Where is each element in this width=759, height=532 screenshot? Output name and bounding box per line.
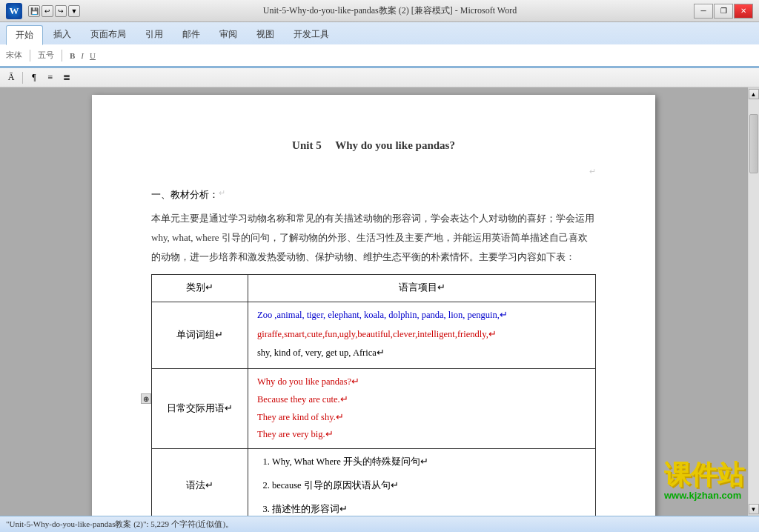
daily-line-2: Because they are cute.↵ <box>257 391 586 409</box>
tab-reference[interactable]: 引用 <box>136 25 172 44</box>
grammar-category: 语法↵ <box>152 449 248 516</box>
section1-header: 一、 教材分析： ↵ <box>151 188 596 202</box>
grammar-item-2: because 引导的原因状语从句↵ <box>272 477 586 495</box>
vocab-line-3: shy, kind of, very, get up, Africa↵ <box>257 345 586 362</box>
redo-button[interactable]: ↪ <box>55 5 67 17</box>
ribbon: 开始 插入 页面布局 引用 邮件 审阅 视图 开发工具 宋体 五号 B I U <box>0 22 759 68</box>
scroll-down-arrow[interactable]: ▼ <box>749 504 759 514</box>
tab-layout[interactable]: 页面布局 <box>82 25 135 44</box>
toolbar-icon-1[interactable]: Ā <box>4 71 18 84</box>
table-header-category: 类别↵ <box>152 275 248 302</box>
daily-category: 日常交际用语↵ <box>152 369 248 449</box>
grammar-item-3: 描述性的形容词↵ <box>272 501 586 516</box>
daily-line-3: They are kind of shy.↵ <box>257 409 586 427</box>
tab-insert[interactable]: 插入 <box>44 25 80 44</box>
tab-view[interactable]: 视图 <box>248 25 283 44</box>
scroll-thumb[interactable] <box>749 114 758 173</box>
status-bar: "Unit-5-Why-do-you-like-pandas教案 (2)": 5… <box>0 516 759 532</box>
app-logo: W <box>6 3 22 19</box>
ribbon-tabs: 开始 插入 页面布局 引用 邮件 审阅 视图 开发工具 <box>0 22 759 44</box>
quick-access-toolbar[interactable]: 💾 ↩ ↪ ▼ <box>28 5 80 17</box>
para-mark1: ↵ <box>219 188 225 202</box>
title-bar: W 💾 ↩ ↪ ▼ Unit-5-Why-do-you-like-pandas教… <box>0 0 759 22</box>
title-english: Why do you like pandas? <box>335 139 455 151</box>
section1-label: 教材分析： <box>170 188 219 202</box>
customize-button[interactable]: ▼ <box>68 5 80 17</box>
toolbar-icon-4[interactable]: ≣ <box>60 71 73 84</box>
document-scroll[interactable]: Unit 5 Why do you like pandas? ↵ 一、 教材分析… <box>0 87 747 516</box>
tab-review[interactable]: 审阅 <box>211 25 246 44</box>
document-page: Unit 5 Why do you like pandas? ↵ 一、 教材分析… <box>92 95 655 516</box>
restore-button[interactable]: ❐ <box>714 4 733 19</box>
ribbon-content: 宋体 五号 B I U <box>0 44 759 67</box>
minimize-button[interactable]: ─ <box>694 4 713 19</box>
vocab-text-1: Zoo ,animal, tiger, elephant, koala, dol… <box>257 310 508 320</box>
toolbar-icon-2[interactable]: ¶ <box>27 71 41 84</box>
vertical-scrollbar[interactable]: ▲ ▼ <box>747 87 759 516</box>
table-row-daily: 日常交际用语↵ Why do you like pandas?↵ Because… <box>152 369 596 449</box>
table-container: ⊕ 类别↵ 语言项目↵ 单词词组↵ <box>151 274 596 516</box>
section1-num: 一、 <box>151 188 170 202</box>
undo-button[interactable]: ↩ <box>42 5 53 17</box>
vocab-category: 单词词组↵ <box>152 302 248 368</box>
tab-mail[interactable]: 邮件 <box>173 25 209 44</box>
separator2 <box>62 50 62 61</box>
toolbar-row: Ā ¶ ≡ ≣ <box>0 68 759 87</box>
table-row-grammar: 语法↵ Why, What Where 开头的特殊疑问句↵ because 引导… <box>152 449 596 516</box>
scroll-track[interactable] <box>749 99 759 504</box>
daily-content: Why do you like pandas?↵ Because they ar… <box>248 369 596 449</box>
close-button[interactable]: ✕ <box>734 4 753 19</box>
daily-line-4: They are very big.↵ <box>257 426 586 444</box>
para-mark-top: ↵ <box>151 167 596 176</box>
vocab-content: Zoo ,animal, tiger, elephant, koala, dol… <box>248 302 596 368</box>
table-row-vocab: 单词词组↵ Zoo ,animal, tiger, elephant, koal… <box>152 302 596 368</box>
body-text: 本单元主要是通过学习动物名称和常见的有关描述动物的形容词，学会表达个人对动物的喜… <box>151 209 596 267</box>
vocab-line-2: giraffe,smart,cute,fun,ugly,beautiful,cl… <box>257 326 586 344</box>
content-table: 类别↵ 语言项目↵ 单词词组↵ Zoo ,animal, tiger, elep… <box>151 274 596 516</box>
vocab-text-3: shy, kind of, very, get up, Africa↵ <box>257 348 385 358</box>
grammar-item-1: Why, What Where 开头的特殊疑问句↵ <box>272 453 586 471</box>
document-area: Unit 5 Why do you like pandas? ↵ 一、 教材分析… <box>0 87 759 516</box>
title-unit: Unit 5 <box>292 139 322 151</box>
vocab-line-1: Zoo ,animal, tiger, elephant, koala, dol… <box>257 307 586 325</box>
status-text: "Unit-5-Why-do-you-like-pandas教案 (2)": 5… <box>6 519 233 530</box>
window-title: Unit-5-Why-do-you-like-pandas教案 (2) [兼容模… <box>86 4 694 17</box>
window-controls[interactable]: ─ ❐ ✕ <box>694 4 753 19</box>
scroll-up-arrow[interactable]: ▲ <box>749 89 759 99</box>
sep <box>22 72 23 84</box>
table-header-language: 语言项目↵ <box>248 275 596 302</box>
watermark: 课件站 www.kjzhan.com <box>664 460 744 501</box>
document-title: Unit 5 Why do you like pandas? <box>151 139 596 152</box>
watermark-chinese: 课件站 <box>664 460 744 490</box>
daily-line-1: Why do you like pandas?↵ <box>257 373 586 391</box>
tab-start[interactable]: 开始 <box>6 25 43 45</box>
separator <box>30 50 30 61</box>
tab-developer[interactable]: 开发工具 <box>285 25 338 44</box>
toolbar-icon-3[interactable]: ≡ <box>44 71 57 84</box>
grammar-content: Why, What Where 开头的特殊疑问句↵ because 引导的原因状… <box>248 449 596 516</box>
table-add-icon[interactable]: ⊕ <box>141 393 151 404</box>
watermark-url: www.kjzhan.com <box>664 490 744 501</box>
vocab-text-2: giraffe,smart,cute,fun,ugly,beautiful,cl… <box>257 329 497 339</box>
save-button[interactable]: 💾 <box>28 5 40 17</box>
